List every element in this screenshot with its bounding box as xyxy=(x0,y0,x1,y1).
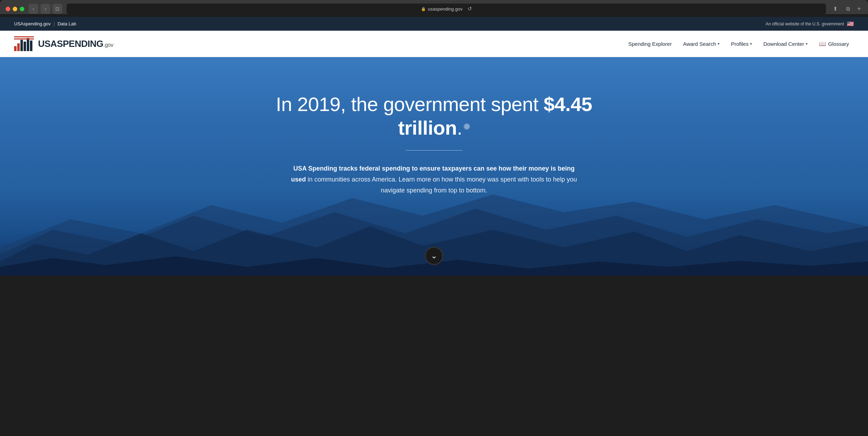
download-center-label: Download Center xyxy=(763,41,804,47)
browser-chrome: ‹ › ⊡ 🔒 usaspending.gov ↺ ⬆ ⧉ + xyxy=(0,0,868,14)
refresh-icon[interactable]: ↺ xyxy=(467,6,472,12)
duplicate-button[interactable]: ⧉ xyxy=(843,4,853,14)
website: USAspending.gov | Data Lab An official w… xyxy=(0,17,868,276)
gov-bar-right: An official website of the U.S. governme… xyxy=(765,20,854,27)
lock-icon: 🔒 xyxy=(421,7,426,11)
gov-bar: USAspending.gov | Data Lab An official w… xyxy=(0,17,868,31)
site-header: USASPENDING.gov Spending Explorer Award … xyxy=(0,31,868,57)
spending-explorer-label: Spending Explorer xyxy=(628,41,672,47)
hero-headline: In 2019, the government spent $4.45 tril… xyxy=(254,92,614,140)
nav-glossary[interactable]: 📖 Glossary xyxy=(814,38,854,50)
logo-area[interactable]: USASPENDING.gov xyxy=(14,36,113,51)
gov-bar-divider: | xyxy=(54,21,55,26)
hero-subtitle-rest: in communities across America. Learn mor… xyxy=(306,176,577,194)
svg-rect-3 xyxy=(24,42,26,51)
svg-rect-6 xyxy=(14,36,34,37)
nav-award-search[interactable]: Award Search ▾ xyxy=(678,38,725,50)
share-button[interactable]: ⬆ xyxy=(830,4,840,14)
svg-rect-1 xyxy=(17,43,20,51)
browser-nav: ‹ › ⊡ xyxy=(29,4,62,14)
close-button[interactable] xyxy=(6,7,10,11)
hero-divider xyxy=(406,150,462,151)
logo-icon xyxy=(14,36,34,51)
svg-rect-2 xyxy=(20,40,23,51)
hero-section: In 2019, the government spent $4.45 tril… xyxy=(0,57,868,276)
scroll-down-button[interactable]: ⌄ xyxy=(425,247,443,265)
logo-strong: USASPENDING xyxy=(38,38,103,49)
site-link[interactable]: USAspending.gov xyxy=(14,21,51,26)
nav-download-center[interactable]: Download Center ▾ xyxy=(758,38,813,50)
gov-bar-left: USAspending.gov | Data Lab xyxy=(14,21,76,26)
svg-rect-7 xyxy=(14,38,34,39)
profiles-label: Profiles xyxy=(731,41,749,47)
chevron-down-icon: ⌄ xyxy=(431,251,437,260)
download-center-chevron: ▾ xyxy=(806,42,808,46)
data-lab-link[interactable]: Data Lab xyxy=(57,21,76,26)
nav-profiles[interactable]: Profiles ▾ xyxy=(726,38,757,50)
award-search-label: Award Search xyxy=(683,41,716,47)
profiles-chevron: ▾ xyxy=(750,42,752,46)
flag-icon: 🇺🇸 xyxy=(847,20,854,27)
sidebar-button[interactable]: ⊡ xyxy=(52,4,62,14)
main-nav: Spending Explorer Award Search ▾ Profile… xyxy=(624,38,854,50)
browser-actions: ⬆ ⧉ + xyxy=(830,4,862,14)
forward-button[interactable]: › xyxy=(41,4,50,14)
official-text: An official website of the U.S. governme… xyxy=(765,22,844,26)
glossary-label: Glossary xyxy=(828,41,849,47)
svg-rect-4 xyxy=(27,38,29,51)
nav-spending-explorer[interactable]: Spending Explorer xyxy=(624,38,677,50)
url-text: usaspending.gov xyxy=(428,6,463,12)
add-tab-button[interactable]: + xyxy=(856,5,862,13)
browser-titlebar: ‹ › ⊡ 🔒 usaspending.gov ↺ ⬆ ⧉ + xyxy=(6,4,862,14)
award-search-chevron: ▾ xyxy=(718,42,720,46)
hero-content: In 2019, the government spent $4.45 tril… xyxy=(240,92,628,196)
maximize-button[interactable] xyxy=(20,7,24,11)
minimize-button[interactable] xyxy=(13,7,17,11)
book-icon: 📖 xyxy=(819,41,826,47)
hero-headline-prefix: In 2019, the government spent xyxy=(276,93,544,115)
svg-rect-5 xyxy=(30,41,32,51)
svg-rect-0 xyxy=(14,46,17,51)
hero-headline-suffix: . xyxy=(457,117,462,139)
info-icon[interactable]: ⓘ xyxy=(464,123,470,130)
hero-subtitle: USA Spending tracks federal spending to … xyxy=(290,163,578,196)
logo-gov: .gov xyxy=(103,42,113,48)
back-button[interactable]: ‹ xyxy=(29,4,38,14)
address-bar[interactable]: 🔒 usaspending.gov ↺ xyxy=(67,4,826,14)
browser-dots xyxy=(6,7,24,11)
logo-text: USASPENDING.gov xyxy=(38,38,113,49)
